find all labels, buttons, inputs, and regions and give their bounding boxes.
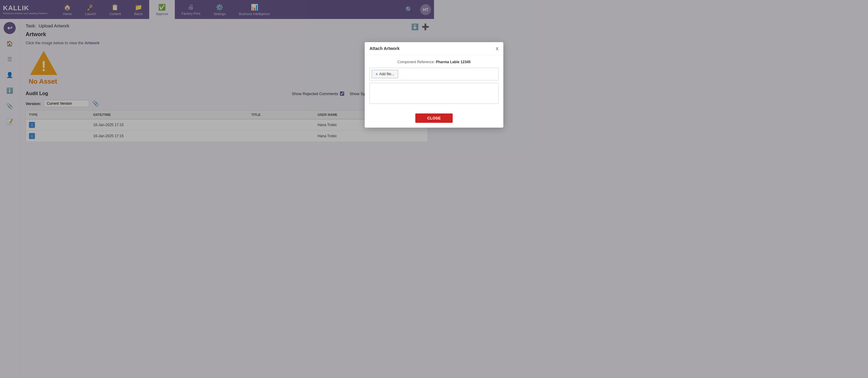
component-ref: Component Reference: Pharma Lable 12345 (370, 60, 434, 64)
plus-icon: + (375, 72, 378, 76)
modal-header: Attach Artwork x (365, 42, 434, 55)
add-file-button[interactable]: + Add file... (372, 70, 398, 78)
modal-body: Component Reference: Pharma Lable 12345 … (365, 55, 434, 110)
file-notes-textarea[interactable] (370, 83, 434, 104)
modal-footer: CLOSE (365, 110, 434, 128)
file-add-area: + Add file... (370, 68, 434, 80)
modal-title: Attach Artwork (370, 46, 400, 51)
attach-artwork-modal: Attach Artwork x Component Reference: Ph… (365, 42, 434, 128)
modal-overlay: Attach Artwork x Component Reference: Ph… (0, 0, 434, 378)
close-button[interactable]: CLOSE (415, 113, 434, 123)
